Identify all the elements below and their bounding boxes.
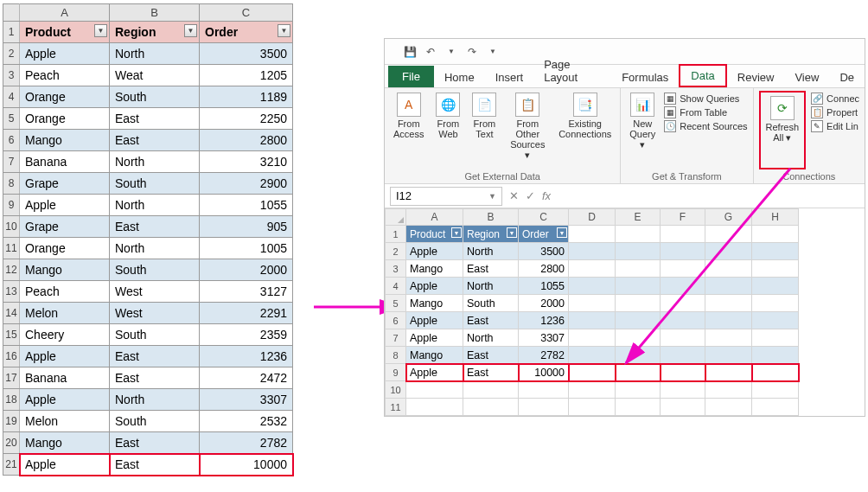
from-table-button[interactable]: ▦From Table: [664, 106, 747, 118]
select-all-corner[interactable]: [3, 4, 20, 22]
tab-home[interactable]: Home: [434, 67, 485, 87]
cell-order[interactable]: 1005: [200, 238, 293, 259]
cell-region[interactable]: East: [110, 108, 200, 130]
enter-formula-icon[interactable]: ✓: [526, 189, 535, 202]
cell-region[interactable]: East: [110, 216, 200, 238]
cell-order[interactable]: 905: [200, 216, 293, 238]
empty-cell[interactable]: [705, 364, 752, 381]
cell-order[interactable]: 1205: [200, 65, 293, 86]
tab-insert[interactable]: Insert: [485, 67, 534, 87]
cell-order[interactable]: 2800: [519, 260, 569, 278]
filter-dropdown-icon[interactable]: ▼: [451, 227, 462, 238]
empty-cell[interactable]: [616, 278, 661, 295]
col-header-B[interactable]: B: [110, 4, 200, 22]
cell-region[interactable]: West: [110, 281, 200, 303]
cell-region[interactable]: East: [110, 346, 200, 367]
row-header[interactable]: 15: [3, 324, 20, 346]
empty-cell[interactable]: [752, 329, 799, 347]
filter-dropdown-icon[interactable]: ▼: [94, 24, 107, 37]
empty-cell[interactable]: [752, 381, 799, 399]
qat-customize-dropdown-icon[interactable]: ▼: [485, 44, 501, 60]
filter-dropdown-icon[interactable]: ▼: [278, 24, 290, 37]
empty-cell[interactable]: [705, 278, 752, 295]
cell-product[interactable]: Banana: [20, 151, 110, 173]
cell-order[interactable]: 2000: [200, 259, 293, 281]
fx-icon[interactable]: fx: [542, 189, 551, 202]
cell-region[interactable]: South: [110, 324, 200, 346]
empty-cell[interactable]: [569, 243, 616, 260]
header-order[interactable]: Order▼: [519, 226, 569, 243]
cancel-formula-icon[interactable]: ✕: [509, 189, 519, 202]
edit-links-button[interactable]: ✎Edit Lin: [811, 120, 859, 132]
tab-formulas[interactable]: Formulas: [611, 67, 679, 87]
empty-cell[interactable]: [661, 295, 705, 312]
empty-cell[interactable]: [752, 243, 799, 260]
filter-dropdown-icon[interactable]: ▼: [184, 24, 197, 37]
empty-cell[interactable]: [705, 260, 752, 278]
cell-region[interactable]: North: [463, 278, 519, 295]
col-header-D[interactable]: D: [569, 209, 616, 226]
cell-order[interactable]: 2900: [200, 173, 293, 195]
empty-cell[interactable]: [705, 312, 752, 329]
cell-order[interactable]: 2250: [200, 108, 293, 130]
empty-cell[interactable]: [661, 260, 705, 278]
header-order[interactable]: Order▼: [200, 22, 293, 43]
cell-product[interactable]: Apple: [406, 364, 463, 381]
cell-product[interactable]: Banana: [20, 367, 110, 389]
cell-product[interactable]: Orange: [20, 238, 110, 259]
empty-cell[interactable]: [752, 260, 799, 278]
cell-product[interactable]: Mango: [406, 295, 463, 312]
cell-order[interactable]: 2359: [200, 324, 293, 346]
cell-region[interactable]: East: [463, 347, 519, 364]
empty-cell[interactable]: [661, 226, 705, 243]
empty-cell[interactable]: [569, 329, 616, 347]
header-region[interactable]: Region▼: [463, 226, 519, 243]
row-header[interactable]: 11: [386, 399, 406, 416]
row-header[interactable]: 13: [3, 281, 20, 303]
empty-cell[interactable]: [705, 329, 752, 347]
empty-cell[interactable]: [705, 243, 752, 260]
cell-order[interactable]: 3307: [519, 329, 569, 347]
filter-dropdown-icon[interactable]: ▼: [507, 227, 517, 238]
col-header-G[interactable]: G: [705, 209, 752, 226]
cell-order[interactable]: 1055: [519, 278, 569, 295]
properties-button[interactable]: 📋Propert: [811, 106, 859, 118]
empty-cell[interactable]: [616, 364, 661, 381]
cell-product[interactable]: Cheery: [20, 324, 110, 346]
cell-product[interactable]: Melon: [20, 411, 110, 432]
cell-region[interactable]: East: [463, 312, 519, 329]
name-box[interactable]: I12▼: [390, 187, 502, 206]
empty-cell[interactable]: [705, 399, 752, 416]
empty-cell[interactable]: [661, 399, 705, 416]
cell-order[interactable]: 2532: [200, 411, 293, 432]
cell-region[interactable]: North: [110, 151, 200, 173]
connections-button[interactable]: 🔗Connec: [811, 93, 859, 105]
empty-cell[interactable]: [752, 312, 799, 329]
empty-cell[interactable]: [661, 312, 705, 329]
cell-region[interactable]: West: [110, 303, 200, 324]
cell-product[interactable]: Apple: [406, 312, 463, 329]
cell-region[interactable]: South: [463, 295, 519, 312]
row-header[interactable]: 7: [3, 151, 20, 173]
select-all-corner[interactable]: [386, 209, 406, 226]
row-header[interactable]: 9: [3, 195, 20, 216]
save-icon[interactable]: 💾: [402, 44, 418, 60]
cell-product[interactable]: Mango: [406, 347, 463, 364]
empty-cell[interactable]: [752, 347, 799, 364]
empty-cell[interactable]: [616, 347, 661, 364]
refresh-all-button[interactable]: ⟳Refresh All ▾: [763, 94, 803, 144]
empty-cell[interactable]: [569, 260, 616, 278]
empty-cell[interactable]: [569, 226, 616, 243]
row-header[interactable]: 14: [3, 303, 20, 324]
new-query-button[interactable]: 📊New Query ▾: [626, 91, 659, 169]
row-header[interactable]: 12: [3, 259, 20, 281]
row-header[interactable]: 8: [386, 347, 406, 364]
row-header[interactable]: 8: [3, 173, 20, 195]
cell-product[interactable]: Apple: [406, 243, 463, 260]
undo-dropdown-icon[interactable]: ▼: [444, 44, 459, 60]
col-header-C[interactable]: C: [519, 209, 569, 226]
col-header-A[interactable]: A: [406, 209, 463, 226]
empty-cell[interactable]: [616, 399, 661, 416]
empty-cell[interactable]: [463, 381, 519, 399]
col-header-A[interactable]: A: [20, 4, 110, 22]
